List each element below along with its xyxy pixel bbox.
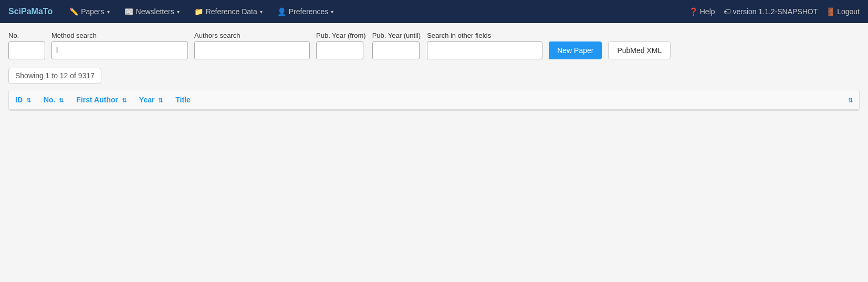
- newsletter-icon: 📰: [124, 7, 133, 16]
- papers-caret-icon: ▾: [107, 9, 110, 15]
- logout-link[interactable]: 🚪 Logout: [826, 7, 860, 16]
- search-year-until-field: Pub. Year (until): [372, 32, 421, 59]
- papers-table: ID ⇅ No. ⇅ First Author ⇅ Year ⇅ Title: [9, 90, 859, 110]
- table-header-row: ID ⇅ No. ⇅ First Author ⇅ Year ⇅ Title: [9, 90, 859, 110]
- search-no-label: No.: [8, 32, 45, 39]
- col-header-year[interactable]: Year ⇅: [133, 90, 169, 110]
- user-icon: 👤: [277, 7, 286, 16]
- version-icon: 🏷: [724, 7, 731, 16]
- version-label: 🏷 version 1.1.2-SNAPSHOT: [724, 7, 818, 16]
- paperclip-icon: ✏️: [69, 7, 78, 16]
- logout-icon: 🚪: [826, 7, 835, 16]
- search-method-label: Method search: [51, 32, 188, 39]
- main-content: No. Method search Authors search Pub. Ye…: [0, 23, 868, 119]
- nav-preferences[interactable]: 👤 Preferences ▾: [271, 4, 340, 19]
- author-sort-icon: ⇅: [122, 97, 127, 103]
- search-year-from-label: Pub. Year (from): [316, 32, 366, 39]
- folder-icon: 📁: [194, 7, 203, 16]
- search-other-field: Search in other fields: [427, 32, 542, 59]
- help-icon: ❓: [689, 7, 698, 16]
- search-bar: No. Method search Authors search Pub. Ye…: [8, 32, 860, 59]
- action-sort-icon: ⇅: [848, 97, 853, 103]
- search-other-input[interactable]: [427, 41, 542, 59]
- search-year-from-input[interactable]: [316, 41, 363, 59]
- year-sort-icon: ⇅: [158, 97, 163, 103]
- no-sort-icon: ⇅: [59, 97, 64, 103]
- col-header-action: ⇅: [840, 90, 859, 110]
- preferences-caret-icon: ▾: [331, 9, 333, 15]
- search-method-input[interactable]: [51, 41, 188, 59]
- search-year-from-field: Pub. Year (from): [316, 32, 366, 59]
- search-year-until-input[interactable]: [372, 41, 420, 59]
- search-authors-label: Authors search: [194, 32, 310, 39]
- newsletters-caret-icon: ▾: [177, 9, 180, 15]
- col-header-id[interactable]: ID ⇅: [9, 90, 37, 110]
- col-header-title[interactable]: Title: [169, 90, 840, 110]
- navbar: SciPaMaTo ✏️ Papers ▾ 📰 Newsletters ▾ 📁 …: [0, 0, 868, 23]
- id-sort-icon: ⇅: [26, 97, 31, 103]
- nav-newsletters[interactable]: 📰 Newsletters ▾: [118, 4, 186, 19]
- showing-text: Showing 1 to 12 of 9317: [8, 68, 101, 83]
- new-paper-button[interactable]: New Paper: [549, 41, 602, 59]
- search-method-field: Method search: [51, 32, 188, 59]
- search-year-until-label: Pub. Year (until): [372, 32, 421, 39]
- search-no-input[interactable]: [8, 41, 45, 59]
- search-authors-input[interactable]: [194, 41, 310, 59]
- search-no-field: No.: [8, 32, 45, 59]
- nav-menu: ✏️ Papers ▾ 📰 Newsletters ▾ 📁 Reference …: [63, 4, 689, 19]
- nav-papers[interactable]: ✏️ Papers ▾: [63, 4, 116, 19]
- nav-reference-data[interactable]: 📁 Reference Data ▾: [188, 4, 269, 19]
- search-other-label: Search in other fields: [427, 32, 542, 39]
- col-header-no[interactable]: No. ⇅: [37, 90, 70, 110]
- reference-data-caret-icon: ▾: [260, 9, 263, 15]
- help-link[interactable]: ❓ Help: [689, 7, 715, 16]
- navbar-right: ❓ Help 🏷 version 1.1.2-SNAPSHOT 🚪 Logout: [689, 7, 860, 16]
- col-header-first-author[interactable]: First Author ⇅: [70, 90, 132, 110]
- search-authors-field: Authors search: [194, 32, 310, 59]
- pagination-row: Showing 1 to 12 of 9317: [8, 68, 860, 83]
- brand: SciPaMaTo: [8, 7, 53, 16]
- table-container: ID ⇅ No. ⇅ First Author ⇅ Year ⇅ Title: [8, 90, 860, 111]
- pubmed-xml-button[interactable]: PubMed XML: [608, 41, 671, 59]
